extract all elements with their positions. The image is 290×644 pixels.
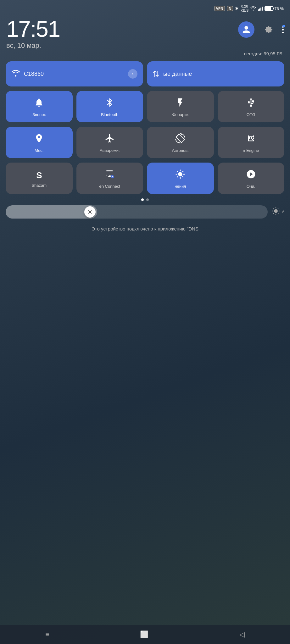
header-area: 17:51 вс, 10 мар. xyxy=(0,14,290,50)
ringtone-tile[interactable]: Звонок xyxy=(6,91,73,122)
shazam-icon: S xyxy=(36,170,42,180)
battery-percentage: 76 % xyxy=(274,6,284,11)
flashlight-icon xyxy=(175,97,185,110)
tiles-grid-row1: Звонок Bluetooth Фонарик xyxy=(6,91,284,122)
battery-indicator: 76 % xyxy=(265,6,284,11)
user-avatar[interactable] xyxy=(238,21,254,38)
airplane-tile[interactable]: Авиарежи. xyxy=(76,127,143,158)
home-button[interactable]: ⬜ xyxy=(131,627,158,642)
ringtone-icon xyxy=(34,97,44,110)
location-icon xyxy=(34,133,44,146)
back-button[interactable]: ◁ xyxy=(230,627,254,642)
wifi-tile[interactable]: С18860 › xyxy=(6,61,143,86)
menu-button[interactable]: ≡ xyxy=(36,627,59,642)
mobile-data-icon: ⇅ xyxy=(153,69,159,79)
more-options-icon[interactable] xyxy=(282,26,284,33)
date-display: вс, 10 мар. xyxy=(6,42,60,50)
screenconnect-icon xyxy=(105,169,115,181)
autorotate-icon xyxy=(175,133,185,146)
clear-icon xyxy=(246,169,256,181)
pagination-dot-2 xyxy=(146,198,149,201)
autorotate-label: Автопов. xyxy=(149,148,211,153)
brightness-fill xyxy=(6,205,97,219)
time-display: 17:51 xyxy=(6,18,60,40)
bluetooth-status-icon: ✱ xyxy=(235,6,239,11)
wifi-icon xyxy=(11,69,20,79)
otg-label: OTG xyxy=(220,112,282,117)
engine-label: n Engine xyxy=(220,148,282,153)
wifi-arrow-icon[interactable]: › xyxy=(128,69,137,79)
clear-label: Очи. xyxy=(220,184,282,189)
airplane-label: Авиарежи. xyxy=(79,148,141,153)
brightness-tile-label: нения xyxy=(149,184,211,189)
wifi-status-icon xyxy=(250,6,256,11)
brightness-tile[interactable]: нения xyxy=(147,163,214,194)
brightness-icon xyxy=(175,169,185,181)
shazam-label: Shazam xyxy=(8,183,70,188)
screenconnect-tile[interactable]: en Connect xyxy=(76,163,143,194)
bluetooth-tile[interactable]: Bluetooth xyxy=(76,91,143,122)
signal-bars xyxy=(258,6,263,11)
flashlight-tile[interactable]: Фонарик xyxy=(147,91,214,122)
shazam-tile[interactable]: S Shazam xyxy=(6,163,73,194)
engine-icon xyxy=(246,133,256,146)
vpn-indicator: VPN xyxy=(214,6,225,11)
bottom-navigation: ≡ ⬜ ◁ xyxy=(0,625,290,644)
location-tile[interactable]: Мес. xyxy=(6,127,73,158)
settings-icon[interactable] xyxy=(260,21,276,38)
engine-tile[interactable]: n Engine xyxy=(218,127,285,158)
pagination-dots xyxy=(0,198,290,201)
vpn-notice: Это устройство подключено к приложению "… xyxy=(0,224,290,234)
data-speed: 0.28KB/S xyxy=(241,4,248,13)
wifi-network-name: С18860 xyxy=(24,71,44,77)
storage-info: сегодня: 99,95 ГБ. xyxy=(0,50,290,56)
location-label: Мес. xyxy=(8,148,70,153)
header-icons xyxy=(238,21,284,38)
pagination-dot-1 xyxy=(141,198,144,201)
time-section: 17:51 вс, 10 мар. xyxy=(6,18,60,50)
autorotate-tile[interactable]: Автопов. xyxy=(147,127,214,158)
otg-tile[interactable]: OTG xyxy=(218,91,285,122)
bluetooth-label: Bluetooth xyxy=(79,112,141,117)
bluetooth-icon xyxy=(105,97,115,110)
tiles-grid-row2: Мес. Авиарежи. Автопов. xyxy=(6,127,284,158)
brightness-auto-icon[interactable]: A xyxy=(271,207,284,217)
brightness-slider-container: A xyxy=(6,205,284,219)
screenconnect-label: en Connect xyxy=(79,184,141,189)
tiles-container: С18860 › ⇅ ые данные Звонок Blueto xyxy=(0,56,290,194)
top-tiles-row: С18860 › ⇅ ые данные xyxy=(6,61,284,86)
otg-icon xyxy=(246,97,256,110)
nfc-indicator: N xyxy=(227,6,233,11)
mobile-data-label: ые данные xyxy=(163,71,192,77)
brightness-section: A xyxy=(0,205,290,219)
flashlight-label: Фонарик xyxy=(149,112,211,117)
clear-tile[interactable]: Очи. xyxy=(218,163,285,194)
svg-point-1 xyxy=(89,211,91,214)
tiles-grid-row3: S Shazam en Connect нения xyxy=(6,163,284,194)
airplane-icon xyxy=(105,133,115,146)
brightness-slider[interactable] xyxy=(6,205,268,219)
status-bar: VPN N ✱ 0.28KB/S 76 % xyxy=(0,0,290,14)
ringtone-label: Звонок xyxy=(8,112,70,117)
mobile-data-tile[interactable]: ⇅ ые данные xyxy=(147,61,284,86)
brightness-thumb xyxy=(84,206,96,218)
